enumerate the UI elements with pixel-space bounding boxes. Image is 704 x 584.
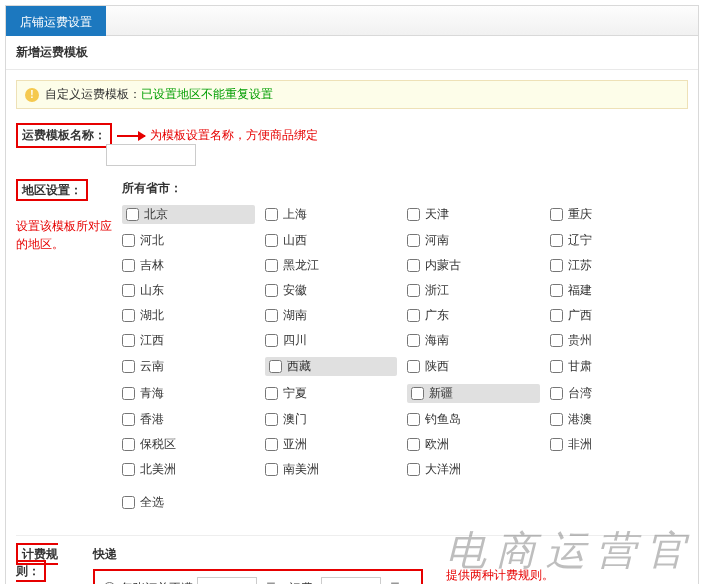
region-checkbox-input[interactable] xyxy=(550,259,563,272)
tab-shipping-settings[interactable]: 店铺运费设置 xyxy=(6,6,106,36)
region-checkbox-input[interactable] xyxy=(265,309,278,322)
region-checkbox-input[interactable] xyxy=(550,234,563,247)
region-checkbox-input[interactable] xyxy=(407,309,420,322)
region-checkbox[interactable]: 辽宁 xyxy=(550,232,683,249)
region-label: 宁夏 xyxy=(283,385,307,402)
region-checkbox-input[interactable] xyxy=(122,334,135,347)
region-checkbox-input[interactable] xyxy=(550,284,563,297)
region-checkbox[interactable]: 河北 xyxy=(122,232,255,249)
region-checkbox[interactable]: 香港 xyxy=(122,411,255,428)
region-checkbox[interactable]: 钓鱼岛 xyxy=(407,411,540,428)
region-checkbox[interactable]: 澳门 xyxy=(265,411,398,428)
region-checkbox[interactable]: 黑龙江 xyxy=(265,257,398,274)
select-all-label: 全选 xyxy=(140,494,164,511)
region-checkbox[interactable]: 青海 xyxy=(122,384,255,403)
region-checkbox[interactable]: 保税区 xyxy=(122,436,255,453)
region-checkbox[interactable]: 广西 xyxy=(550,307,683,324)
region-checkbox-input[interactable] xyxy=(550,438,563,451)
region-checkbox[interactable]: 四川 xyxy=(265,332,398,349)
region-checkbox[interactable]: 欧洲 xyxy=(407,436,540,453)
region-label: 非洲 xyxy=(568,436,592,453)
region-checkbox-input[interactable] xyxy=(407,360,420,373)
region-checkbox[interactable]: 上海 xyxy=(265,205,398,224)
template-name-field[interactable] xyxy=(106,144,196,166)
select-all-checkbox[interactable]: 全选 xyxy=(122,494,682,511)
region-checkbox[interactable]: 宁夏 xyxy=(265,384,398,403)
billing-rules-label: 计费规则： xyxy=(16,543,58,582)
region-checkbox-input[interactable] xyxy=(265,284,278,297)
divider xyxy=(16,535,688,536)
region-checkbox-input[interactable] xyxy=(411,387,424,400)
region-checkbox-input[interactable] xyxy=(550,309,563,322)
region-checkbox-input[interactable] xyxy=(407,334,420,347)
region-checkbox[interactable]: 山西 xyxy=(265,232,398,249)
region-checkbox[interactable]: 大洋洲 xyxy=(407,461,540,478)
region-checkbox[interactable]: 天津 xyxy=(407,205,540,224)
region-checkbox-input[interactable] xyxy=(550,208,563,221)
region-checkbox-input[interactable] xyxy=(122,259,135,272)
region-checkbox[interactable]: 台湾 xyxy=(550,384,683,403)
region-checkbox[interactable]: 山东 xyxy=(122,282,255,299)
region-checkbox-input[interactable] xyxy=(550,413,563,426)
region-checkbox-input[interactable] xyxy=(122,360,135,373)
region-checkbox[interactable]: 陕西 xyxy=(407,357,540,376)
region-checkbox[interactable]: 海南 xyxy=(407,332,540,349)
region-checkbox-input[interactable] xyxy=(269,360,282,373)
region-checkbox[interactable]: 南美洲 xyxy=(265,461,398,478)
region-checkbox-input[interactable] xyxy=(550,360,563,373)
region-checkbox[interactable]: 浙江 xyxy=(407,282,540,299)
region-checkbox-input[interactable] xyxy=(550,334,563,347)
region-checkbox[interactable]: 安徽 xyxy=(265,282,398,299)
region-checkbox[interactable]: 湖北 xyxy=(122,307,255,324)
region-checkbox-input[interactable] xyxy=(126,208,139,221)
region-checkbox-input[interactable] xyxy=(265,387,278,400)
region-checkbox-input[interactable] xyxy=(122,438,135,451)
region-checkbox[interactable]: 云南 xyxy=(122,357,255,376)
region-checkbox-input[interactable] xyxy=(265,413,278,426)
region-checkbox[interactable]: 内蒙古 xyxy=(407,257,540,274)
region-label: 山东 xyxy=(140,282,164,299)
region-checkbox-input[interactable] xyxy=(265,438,278,451)
region-label: 港澳 xyxy=(568,411,592,428)
region-checkbox-input[interactable] xyxy=(265,334,278,347)
region-checkbox-input[interactable] xyxy=(407,234,420,247)
region-checkbox[interactable]: 江苏 xyxy=(550,257,683,274)
region-checkbox-input[interactable] xyxy=(122,309,135,322)
rule1-fee-input[interactable] xyxy=(321,577,381,584)
region-checkbox-input[interactable] xyxy=(122,463,135,476)
region-checkbox[interactable]: 河南 xyxy=(407,232,540,249)
region-checkbox-input[interactable] xyxy=(407,284,420,297)
region-checkbox-input[interactable] xyxy=(122,284,135,297)
region-checkbox[interactable]: 港澳 xyxy=(550,411,683,428)
region-checkbox-input[interactable] xyxy=(550,387,563,400)
region-checkbox-input[interactable] xyxy=(407,413,420,426)
region-checkbox[interactable]: 福建 xyxy=(550,282,683,299)
region-checkbox[interactable]: 重庆 xyxy=(550,205,683,224)
region-checkbox-input[interactable] xyxy=(122,234,135,247)
region-checkbox-input[interactable] xyxy=(122,413,135,426)
region-checkbox[interactable]: 北京 xyxy=(122,205,255,224)
region-checkbox-input[interactable] xyxy=(407,259,420,272)
region-checkbox-input[interactable] xyxy=(265,234,278,247)
region-checkbox[interactable]: 吉林 xyxy=(122,257,255,274)
region-checkbox[interactable]: 广东 xyxy=(407,307,540,324)
region-checkbox[interactable]: 亚洲 xyxy=(265,436,398,453)
region-checkbox-input[interactable] xyxy=(265,463,278,476)
region-checkbox[interactable]: 贵州 xyxy=(550,332,683,349)
region-checkbox[interactable]: 北美洲 xyxy=(122,461,255,478)
region-checkbox-input[interactable] xyxy=(265,259,278,272)
region-checkbox-input[interactable] xyxy=(122,387,135,400)
region-checkbox[interactable]: 西藏 xyxy=(265,357,398,376)
notice-text: 已设置地区不能重复设置 xyxy=(141,86,273,103)
region-checkbox[interactable]: 新疆 xyxy=(407,384,540,403)
region-checkbox-input[interactable] xyxy=(407,208,420,221)
region-label: 海南 xyxy=(425,332,449,349)
region-checkbox[interactable]: 甘肃 xyxy=(550,357,683,376)
region-checkbox[interactable]: 非洲 xyxy=(550,436,683,453)
region-checkbox-input[interactable] xyxy=(407,438,420,451)
region-checkbox-input[interactable] xyxy=(265,208,278,221)
region-checkbox-input[interactable] xyxy=(407,463,420,476)
rule1-threshold-input[interactable] xyxy=(197,577,257,584)
region-checkbox[interactable]: 江西 xyxy=(122,332,255,349)
region-checkbox[interactable]: 湖南 xyxy=(265,307,398,324)
